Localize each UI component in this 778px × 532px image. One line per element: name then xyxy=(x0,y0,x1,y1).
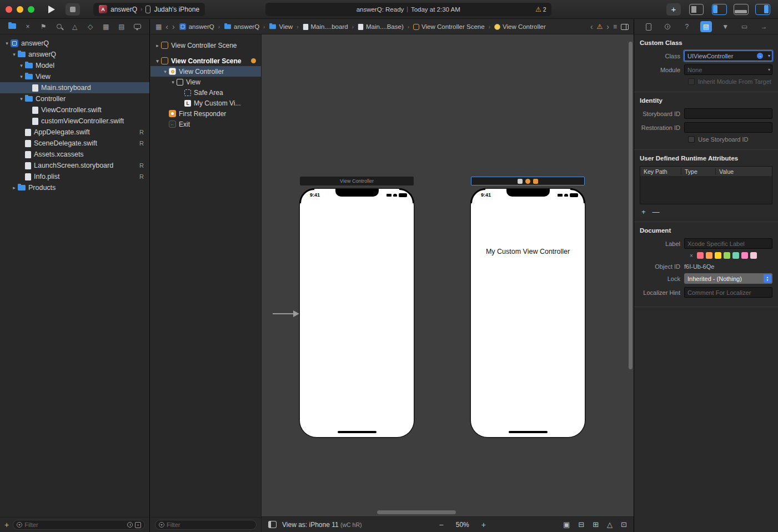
outline-filter-field[interactable] xyxy=(155,520,257,530)
zoom-level[interactable]: 50% xyxy=(456,521,469,529)
toggle-inspector-button[interactable] xyxy=(755,4,770,15)
recent-files-icon[interactable] xyxy=(127,522,133,528)
scene-title-bar-right-selected[interactable] xyxy=(471,177,585,185)
quick-help-inspector-tab[interactable]: ? xyxy=(681,21,692,32)
class-combobox[interactable]: → ▾ xyxy=(684,51,772,61)
disclosure-triangle[interactable]: ▸ xyxy=(11,185,18,190)
vertical-scrollbar[interactable] xyxy=(629,42,633,369)
breakpoint-navigator-tab[interactable]: ▤ xyxy=(117,23,127,31)
column-key-path[interactable]: Key Path xyxy=(640,168,681,175)
project-navigator-tab[interactable] xyxy=(7,23,17,31)
run-destination[interactable]: Judah's iPhone xyxy=(154,6,199,13)
file-inspector-tab[interactable] xyxy=(643,21,654,32)
storyboard-entry-point-arrow[interactable] xyxy=(273,310,299,320)
tree-item-products[interactable]: ▸ Products xyxy=(0,182,149,193)
tree-item-model[interactable]: ▾ Model xyxy=(0,60,149,71)
disclosure-triangle[interactable]: ▾ xyxy=(11,52,18,57)
add-constraints-button[interactable]: ⊞ xyxy=(593,520,599,529)
breadcrumb-view-controller[interactable]: View Controller xyxy=(494,23,546,30)
align-button[interactable]: ⊟ xyxy=(578,520,584,529)
breadcrumb-view-group[interactable]: View xyxy=(269,23,293,30)
zoom-out-button[interactable]: − xyxy=(439,520,444,529)
outline-item-view-controller[interactable]: ▾ View Controller xyxy=(150,66,261,77)
attributes-inspector-tab[interactable]: ▼ xyxy=(720,21,731,32)
module-input[interactable] xyxy=(684,64,772,75)
tree-item-assets-xcassets[interactable]: Assets.xcassets xyxy=(0,149,149,160)
library-button[interactable]: + xyxy=(666,3,681,16)
resolve-autolayout-button[interactable]: △ xyxy=(607,520,613,529)
storyboard-canvas[interactable]: View Controller xyxy=(262,34,634,516)
warning-badge[interactable]: ⚠ 2 xyxy=(535,6,546,13)
tree-item-project-answerq[interactable]: ▾ answerQ xyxy=(0,38,149,49)
class-jump-icon[interactable]: → xyxy=(757,53,763,59)
device-bezels-toggle-icon[interactable] xyxy=(268,521,277,528)
history-inspector-tab[interactable] xyxy=(662,21,674,32)
toggle-navigator-button[interactable] xyxy=(712,4,727,15)
run-button[interactable] xyxy=(43,3,60,16)
view-controller-dock-icon[interactable] xyxy=(518,179,523,184)
outline-item-scene-2[interactable]: ▾ View Controller Scene xyxy=(150,56,261,66)
disclosure-triangle[interactable]: ▾ xyxy=(3,41,11,46)
use-storyboard-id-checkbox[interactable] xyxy=(688,136,695,143)
symbol-navigator-tab[interactable]: ⚑ xyxy=(38,23,48,31)
remove-attribute-button[interactable]: — xyxy=(652,208,660,216)
color-chip-red[interactable] xyxy=(697,252,704,259)
color-chip-yellow[interactable] xyxy=(715,252,721,259)
tree-item-scenedelegate-swift[interactable]: SceneDelegate.swift R xyxy=(0,138,149,149)
related-items-icon[interactable]: ▦ xyxy=(155,23,162,31)
disclosure-triangle[interactable]: ▾ xyxy=(154,58,161,64)
outline-filter-input[interactable] xyxy=(167,521,253,528)
breadcrumb-storyboard-base[interactable]: Main....Base) xyxy=(358,23,404,31)
breadcrumb-scene[interactable]: View Controller Scene xyxy=(413,23,485,30)
color-chip-green[interactable] xyxy=(724,252,730,259)
disclosure-triangle[interactable]: ▾ xyxy=(162,69,169,74)
inherit-module-checkbox[interactable] xyxy=(688,78,695,85)
horizontal-scrollbar[interactable] xyxy=(377,510,456,514)
connections-inspector-tab[interactable]: → xyxy=(758,21,770,32)
navigator-filter-field[interactable]: × xyxy=(13,520,145,530)
exit-dock-icon[interactable] xyxy=(533,179,538,184)
tree-item-group-answerq[interactable]: ▾ answerQ xyxy=(0,49,149,60)
table-body-empty[interactable] xyxy=(640,176,772,204)
size-inspector-tab[interactable]: ▭ xyxy=(739,21,750,32)
editor-options-button[interactable] xyxy=(689,4,704,15)
scheme-name[interactable]: answerQ xyxy=(111,6,137,13)
disclosure-triangle[interactable]: ▾ xyxy=(18,63,25,68)
chevron-down-icon[interactable]: ▾ xyxy=(768,53,770,58)
restoration-id-input[interactable] xyxy=(684,122,772,133)
adjust-editor-options-button[interactable]: ≡ xyxy=(613,23,617,31)
tree-item-info-plist[interactable]: Info.plist R xyxy=(0,171,149,182)
tree-item-launchscreen-storyboard[interactable]: LaunchScreen.storyboard R xyxy=(0,160,149,171)
navigator-filter-input[interactable] xyxy=(24,521,125,528)
color-chip-teal[interactable] xyxy=(732,252,739,259)
add-editor-button[interactable] xyxy=(621,24,629,30)
issue-navigator-tab[interactable]: △ xyxy=(70,23,80,31)
outline-item-exit[interactable]: ← Exit xyxy=(150,119,261,129)
outline-item-first-responder[interactable]: First Responder xyxy=(150,108,261,119)
localizer-hint-input[interactable] xyxy=(684,287,772,298)
color-chip-pale-pink[interactable] xyxy=(750,252,757,259)
tree-item-controller[interactable]: ▾ Controller xyxy=(0,93,149,104)
scheme-selector[interactable]: A answerQ › Judah's iPhone xyxy=(93,3,205,16)
disclosure-triangle[interactable]: ▾ xyxy=(169,79,177,85)
outline-item-view[interactable]: ▾ View xyxy=(150,77,261,87)
add-attribute-button[interactable]: + xyxy=(641,208,646,216)
update-frames-button[interactable]: ▣ xyxy=(563,520,570,529)
tree-item-viewcontroller-swift[interactable]: ViewController.swift xyxy=(0,104,149,116)
disclosure-triangle[interactable]: ▸ xyxy=(154,43,161,48)
storyboard-id-input[interactable] xyxy=(684,108,772,119)
close-window-button[interactable] xyxy=(6,6,12,13)
find-navigator-tab[interactable] xyxy=(54,23,64,31)
breadcrumb-project[interactable]: answerQ xyxy=(179,23,214,31)
back-button[interactable]: ‹ xyxy=(165,23,168,31)
custom-view-controller-label[interactable]: My Custom View Controller xyxy=(471,248,585,255)
disclosure-triangle[interactable]: ▾ xyxy=(18,74,25,79)
zoom-in-button[interactable]: + xyxy=(481,520,486,529)
breadcrumb-group[interactable]: answerQ xyxy=(224,23,259,30)
module-combobox[interactable]: ▾ xyxy=(684,64,772,75)
add-file-button[interactable]: + xyxy=(4,521,9,529)
next-issue-button[interactable]: › xyxy=(606,23,609,31)
report-navigator-tab[interactable] xyxy=(132,23,142,31)
tree-item-view[interactable]: ▾ View xyxy=(0,71,149,82)
document-label-input[interactable] xyxy=(684,238,772,249)
